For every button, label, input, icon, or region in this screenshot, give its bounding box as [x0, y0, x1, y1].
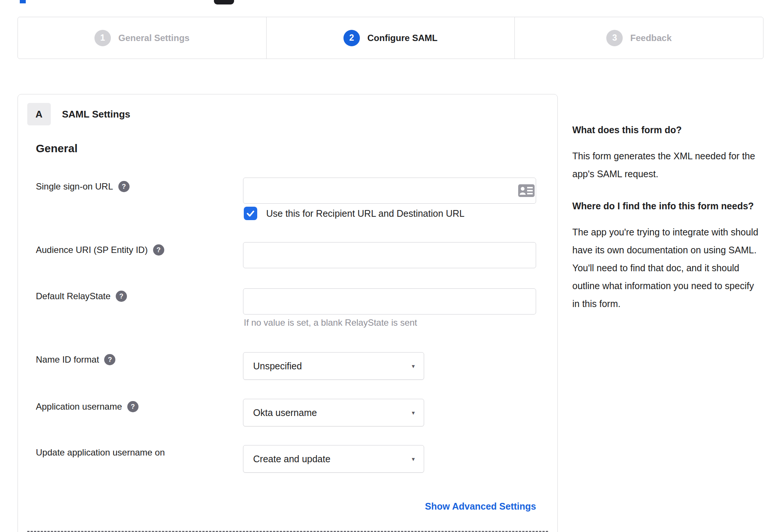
- nameid-format-value: Unspecified: [253, 361, 302, 372]
- chevron-down-icon: ▾: [412, 409, 415, 416]
- help-icon[interactable]: ?: [127, 401, 139, 412]
- cropped-tab-indicator: [20, 0, 26, 3]
- nameid-format-label: Name ID format ?: [36, 354, 115, 365]
- audience-uri-label: Audience URI (SP Entity ID) ?: [36, 244, 164, 256]
- help-icon[interactable]: ?: [104, 354, 115, 365]
- app-username-value: Okta username: [253, 407, 317, 418]
- sso-url-label: Single sign-on URL ?: [36, 181, 130, 192]
- contact-card-icon: [518, 184, 535, 197]
- step-feedback[interactable]: 3 Feedback: [514, 17, 763, 59]
- step-general-settings[interactable]: 1 General Settings: [18, 17, 266, 59]
- sso-url-input[interactable]: [243, 178, 536, 204]
- panel-title: SAML Settings: [62, 109, 130, 120]
- relaystate-input[interactable]: [243, 288, 536, 314]
- help-icon[interactable]: ?: [153, 244, 164, 256]
- step-number-badge: 3: [606, 30, 623, 46]
- relaystate-helper-text: If no value is set, a blank RelayState i…: [244, 317, 417, 328]
- show-advanced-settings-link[interactable]: Show Advanced Settings: [425, 501, 536, 512]
- help-question-1: What does this form do?: [572, 123, 761, 137]
- step-label: Feedback: [630, 33, 672, 43]
- step-number-badge: 2: [343, 30, 360, 46]
- page: 1 General Settings 2 Configure SAML 3 Fe…: [0, 0, 781, 532]
- general-group-title: General: [36, 142, 78, 155]
- sso-url-label-text: Single sign-on URL: [36, 181, 113, 192]
- audience-uri-label-text: Audience URI (SP Entity ID): [36, 245, 148, 255]
- step-configure-saml[interactable]: 2 Configure SAML: [266, 17, 515, 59]
- panel-header: A SAML Settings: [27, 103, 130, 125]
- check-icon: [246, 209, 255, 218]
- nameid-format-label-text: Name ID format: [36, 354, 99, 365]
- help-panel: What does this form do? This form genera…: [572, 123, 761, 329]
- app-username-label: Application username ?: [36, 401, 139, 412]
- app-username-label-text: Application username: [36, 401, 122, 412]
- relaystate-label: Default RelayState ?: [36, 291, 127, 302]
- chevron-down-icon: ▾: [412, 363, 415, 370]
- help-icon[interactable]: ?: [116, 291, 127, 302]
- app-username-select[interactable]: Okta username ▾: [243, 399, 424, 426]
- relaystate-label-text: Default RelayState: [36, 291, 111, 301]
- saml-settings-panel: A SAML Settings General Single sign-on U…: [18, 94, 558, 532]
- step-number-badge: 1: [94, 30, 111, 46]
- recipient-url-checkbox[interactable]: [244, 207, 257, 220]
- wizard-stepper: 1 General Settings 2 Configure SAML 3 Fe…: [18, 17, 763, 59]
- step-label: Configure SAML: [367, 33, 438, 43]
- help-answer-1: This form generates the XML needed for t…: [572, 147, 761, 183]
- cropped-header-element: [214, 0, 234, 4]
- help-icon[interactable]: ?: [118, 181, 130, 192]
- chevron-down-icon: ▾: [412, 456, 415, 463]
- help-question-2: Where do I find the info this form needs…: [572, 199, 761, 213]
- nameid-format-select[interactable]: Unspecified ▾: [243, 352, 424, 380]
- section-a-badge: A: [27, 103, 51, 125]
- recipient-url-checkbox-label: Use this for Recipient URL and Destinati…: [266, 208, 464, 219]
- help-answer-2: The app you're trying to integrate with …: [572, 223, 761, 313]
- update-username-value: Create and update: [253, 454, 330, 464]
- audience-uri-input[interactable]: [243, 242, 536, 268]
- recipient-url-checkbox-row: Use this for Recipient URL and Destinati…: [244, 207, 464, 220]
- update-username-label: Update application username on: [36, 447, 165, 458]
- update-username-label-text: Update application username on: [36, 447, 165, 458]
- update-username-select[interactable]: Create and update ▾: [243, 445, 424, 473]
- step-label: General Settings: [118, 33, 190, 43]
